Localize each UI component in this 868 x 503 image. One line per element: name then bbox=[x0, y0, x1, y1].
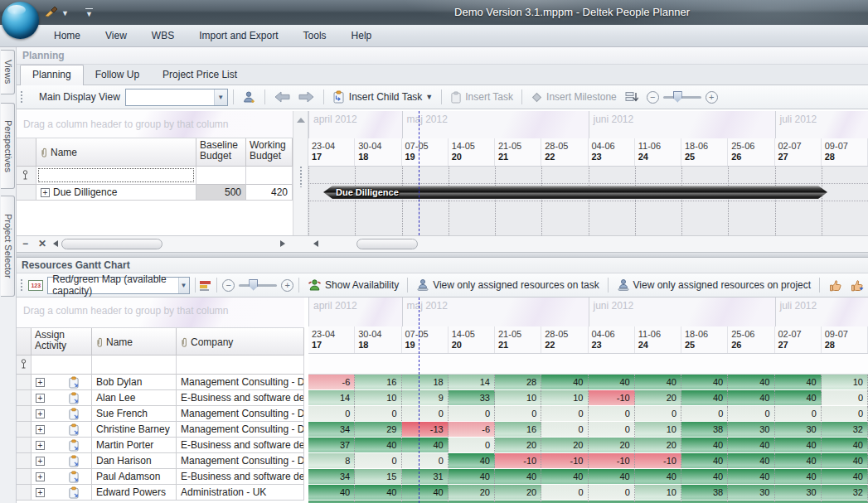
heatmap-cell[interactable]: -6 bbox=[449, 422, 495, 437]
capacity-bars-icon[interactable] bbox=[200, 280, 211, 291]
grid-vertical-scrollbar[interactable] bbox=[293, 111, 308, 235]
week-header-09-07[interactable]: 09-0728 bbox=[822, 138, 868, 166]
column-header-working-budget[interactable]: Working Budget bbox=[246, 138, 293, 167]
resource-name[interactable]: Martin Porter bbox=[92, 438, 177, 453]
view-assigned-project-button[interactable]: View only assigned resources on project bbox=[613, 277, 815, 293]
table-row[interactable]: +Martin PorterE-Business and software de… bbox=[17, 438, 304, 453]
heatmap-cell[interactable]: -10 bbox=[589, 390, 635, 405]
thumbs-up-dropdown-icon[interactable] bbox=[846, 278, 868, 293]
thumbs-up-icon[interactable] bbox=[825, 278, 846, 293]
week-header-18-06[interactable]: 18-0625 bbox=[681, 138, 728, 166]
display-view-combobox[interactable]: ▼ bbox=[125, 89, 228, 106]
rail-tab-perspectives[interactable]: Perspectives bbox=[1, 103, 15, 189]
heatmap-cell[interactable]: 40 bbox=[822, 453, 868, 468]
heatmap-cell[interactable]: 0 bbox=[308, 406, 355, 421]
heatmap-cell[interactable]: 18 bbox=[402, 375, 449, 389]
week-header-14-05[interactable]: 14-0520 bbox=[449, 326, 495, 353]
heatmap-cell[interactable]: 40 bbox=[495, 469, 541, 484]
column-header-name[interactable]: Name bbox=[92, 328, 177, 355]
heatmap-cell[interactable]: 40 bbox=[728, 375, 774, 389]
pane-splitter[interactable] bbox=[17, 252, 868, 258]
week-header-28-05[interactable]: 28-0522 bbox=[541, 138, 588, 166]
heatmap-cell[interactable]: 34 bbox=[308, 469, 355, 484]
heatmap-cell[interactable]: 30 bbox=[728, 485, 774, 500]
zoom-out-icon[interactable]: − bbox=[647, 91, 659, 104]
heatmap-cell[interactable]: 20 bbox=[495, 438, 541, 452]
scroll-left-icon[interactable] bbox=[53, 240, 58, 247]
table-row[interactable]: +Sue FrenchManagement Consulting - DK bbox=[17, 406, 304, 422]
menu-item-tools[interactable]: Tools bbox=[291, 27, 339, 45]
week-header-21-05[interactable]: 21-0521 bbox=[495, 138, 541, 166]
heatmap-cell[interactable]: 40 bbox=[728, 438, 774, 452]
chevron-down-icon[interactable]: ▼ bbox=[425, 93, 433, 101]
expand-icon[interactable]: + bbox=[36, 488, 45, 497]
expand-icon[interactable]: + bbox=[36, 409, 45, 418]
column-header-assign-activity[interactable]: Assign Activity bbox=[32, 328, 92, 355]
resource-name[interactable]: Christine Barney bbox=[92, 422, 177, 438]
expand-icon[interactable]: + bbox=[36, 394, 45, 403]
heatmap-cell[interactable]: 40 bbox=[449, 453, 495, 468]
heatmap-cell[interactable]: 15 bbox=[355, 469, 401, 484]
resource-name[interactable]: Bob Dylan bbox=[92, 375, 177, 390]
heatmap-cell[interactable]: 14 bbox=[449, 375, 495, 389]
heatmap-cell[interactable]: 0 bbox=[355, 406, 401, 421]
heatmap-cell[interactable]: 38 bbox=[681, 485, 728, 500]
heatmap-cell[interactable]: 40 bbox=[728, 453, 774, 468]
heatmap-cell[interactable]: 0 bbox=[728, 406, 774, 421]
week-header-02-07[interactable]: 02-0727 bbox=[775, 326, 822, 353]
column-header-name[interactable]: Name bbox=[36, 138, 196, 167]
heatmap-cell[interactable]: 40 bbox=[402, 485, 449, 500]
heatmap-cell[interactable]: 20 bbox=[495, 485, 541, 500]
heatmap-cell[interactable]: 30 bbox=[775, 422, 822, 437]
heatmap-cell[interactable]: 30 bbox=[728, 422, 774, 437]
table-row[interactable]: +Due Dilligence 500 420 bbox=[17, 185, 293, 201]
week-header-30-04[interactable]: 30-0418 bbox=[355, 138, 401, 166]
app-logo-sphere[interactable] bbox=[2, 2, 39, 39]
table-row[interactable]: +Christine BarneyManagement Consulting -… bbox=[17, 422, 304, 438]
heatmap-cell[interactable]: 0 bbox=[355, 453, 401, 468]
navigate-back-button[interactable] bbox=[270, 89, 294, 104]
heatmap-cell[interactable]: 0 bbox=[402, 406, 449, 421]
quick-access-more-icon[interactable]: ▼ bbox=[85, 8, 93, 18]
week-header-02-07[interactable]: 02-0727 bbox=[775, 138, 822, 166]
heatmap-cell[interactable]: 40 bbox=[681, 469, 728, 484]
zoom-slider-thumb[interactable] bbox=[673, 91, 682, 103]
table-row[interactable]: +Bob DylanManagement Consulting - DK bbox=[17, 375, 304, 390]
filter-input-name[interactable] bbox=[92, 355, 177, 375]
column-header-baseline-budget[interactable]: Baseline Budget bbox=[196, 138, 246, 167]
heatmap-cell[interactable]: 40 bbox=[308, 485, 355, 500]
heatmap-cell[interactable]: 40 bbox=[728, 469, 774, 484]
navigate-forward-button[interactable] bbox=[294, 89, 318, 104]
column-header-company[interactable]: Company bbox=[177, 328, 304, 355]
heatmap-cell[interactable]: 40 bbox=[728, 390, 774, 405]
week-header-07-05[interactable]: 07-0519 bbox=[402, 326, 449, 353]
zoom-slider[interactable] bbox=[239, 284, 277, 287]
heatmap-cell[interactable]: 32 bbox=[822, 422, 868, 437]
week-header-28-05[interactable]: 28-0522 bbox=[541, 326, 588, 353]
zoom-slider-thumb[interactable] bbox=[249, 279, 258, 291]
expand-icon[interactable]: + bbox=[36, 378, 45, 387]
heatmap-cell[interactable]: 0 bbox=[541, 422, 588, 437]
heatmap-cell[interactable]: 40 bbox=[355, 485, 401, 500]
heatmap-cell[interactable]: 40 bbox=[822, 469, 868, 484]
gantt-scrollbar-thumb[interactable] bbox=[356, 239, 418, 249]
table-row[interactable]: +Edward PowersAdministration - UK bbox=[17, 485, 304, 501]
heatmap-cell[interactable]: 40 bbox=[681, 375, 728, 389]
filter-input-working[interactable] bbox=[246, 167, 293, 185]
heatmap-cell[interactable]: 40 bbox=[355, 438, 401, 452]
resource-name[interactable]: Edward Powers bbox=[92, 485, 177, 501]
heatmap-cell[interactable]: -6 bbox=[308, 375, 355, 389]
heatmap-cell[interactable]: 16 bbox=[495, 422, 541, 437]
heatmap-cell[interactable]: 0 bbox=[635, 406, 681, 421]
heatmap-cell[interactable]: 0 bbox=[449, 406, 495, 421]
zoom-in-icon[interactable]: + bbox=[281, 279, 293, 292]
heatmap-cell[interactable]: 0 bbox=[681, 406, 728, 421]
gantt-scroll-left-icon[interactable] bbox=[313, 240, 318, 247]
heatmap-cell[interactable]: 40 bbox=[681, 453, 728, 468]
heatmap-cell[interactable]: 16 bbox=[355, 375, 401, 389]
combobox-arrow-icon[interactable]: ▼ bbox=[214, 89, 227, 105]
heatmap-cell[interactable]: 10 bbox=[495, 390, 541, 405]
number-map-icon[interactable]: 123 bbox=[28, 280, 43, 291]
view-assigned-task-button[interactable]: View only assigned resources on task bbox=[413, 277, 603, 293]
assign-activity-icon[interactable] bbox=[68, 486, 80, 499]
